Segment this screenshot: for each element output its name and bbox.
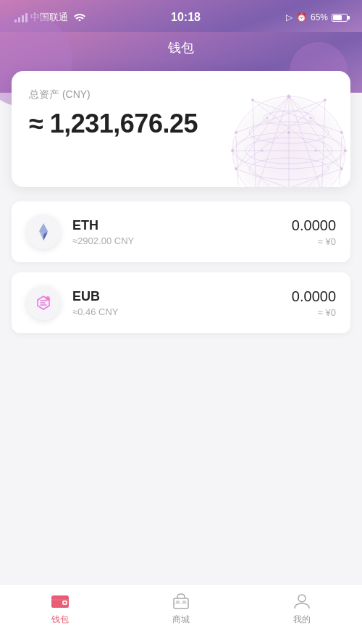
nav-wallet-label: 钱包 — [51, 614, 69, 626]
eth-name: ETH — [72, 218, 292, 233]
svg-point-39 — [266, 117, 269, 120]
nav-item-wallet[interactable]: 钱包 — [0, 592, 121, 626]
shop-icon — [172, 592, 190, 611]
battery-icon — [332, 14, 348, 22]
svg-point-30 — [340, 131, 343, 134]
eth-cny: ≈ ¥0 — [292, 236, 336, 247]
svg-point-28 — [324, 99, 327, 101]
svg-point-34 — [340, 167, 343, 170]
eub-info: EUB ≈0.46 CNY — [72, 289, 292, 317]
main-content: 总资产 (CNY) ≈ 1,231,676.25 — [0, 71, 362, 333]
eth-amount: 0.0000 — [292, 217, 336, 234]
battery-label: 65% — [311, 12, 328, 22]
eub-price: ≈0.46 CNY — [72, 306, 292, 317]
svg-point-31 — [231, 149, 234, 152]
asset-value: ≈ 1,231,676.25 — [29, 109, 198, 138]
bottom-nav: 钱包 商城 我的 — [0, 584, 362, 644]
eub-name: EUB — [72, 289, 292, 304]
wallet-icon — [51, 592, 70, 611]
asset-card: 总资产 (CNY) ≈ 1,231,676.25 — [12, 71, 350, 187]
eth-balance: 0.0000 ≈ ¥0 — [292, 217, 336, 247]
svg-rect-54 — [176, 601, 180, 603]
person-icon — [292, 592, 311, 611]
svg-point-57 — [298, 595, 306, 602]
nav-item-shop[interactable]: 商城 — [121, 592, 242, 626]
status-right: ▷ ⏰ 65% — [286, 12, 348, 22]
eth-price: ≈2902.00 CNY — [72, 235, 292, 246]
svg-point-32 — [344, 149, 347, 152]
svg-point-29 — [235, 131, 237, 134]
nav-item-mine[interactable]: 我的 — [241, 592, 362, 626]
nav-mine-label: 我的 — [293, 614, 311, 626]
svg-point-40 — [310, 117, 312, 120]
svg-point-27 — [251, 99, 254, 101]
svg-point-33 — [235, 167, 237, 170]
coin-list: ETH ≈2902.00 CNY 0.0000 ≈ ¥0 EUB — [12, 201, 350, 333]
eth-icon — [26, 214, 61, 249]
svg-point-48 — [46, 296, 50, 301]
dome-decoration — [213, 78, 350, 187]
eub-amount: 0.0000 — [292, 288, 336, 305]
svg-rect-55 — [182, 601, 186, 603]
coin-item-eth[interactable]: ETH ≈2902.00 CNY 0.0000 ≈ ¥0 — [12, 201, 350, 262]
eub-icon — [26, 285, 61, 320]
alarm-icon: ⏰ — [296, 12, 307, 22]
coin-item-eub[interactable]: EUB ≈0.46 CNY 0.0000 ≈ ¥0 — [12, 272, 350, 333]
time-label: 10:18 — [171, 11, 201, 24]
svg-point-41 — [261, 150, 264, 152]
svg-point-38 — [287, 131, 290, 134]
eub-cny: ≈ ¥0 — [292, 307, 336, 318]
svg-point-26 — [287, 95, 291, 99]
nav-shop-label: 商城 — [172, 614, 190, 626]
eth-info: ETH ≈2902.00 CNY — [72, 218, 292, 246]
location-icon: ▷ — [286, 12, 292, 22]
eub-balance: 0.0000 ≈ ¥0 — [292, 288, 336, 318]
svg-point-52 — [64, 602, 66, 604]
svg-point-42 — [315, 150, 317, 152]
wifi-icon — [74, 12, 85, 23]
